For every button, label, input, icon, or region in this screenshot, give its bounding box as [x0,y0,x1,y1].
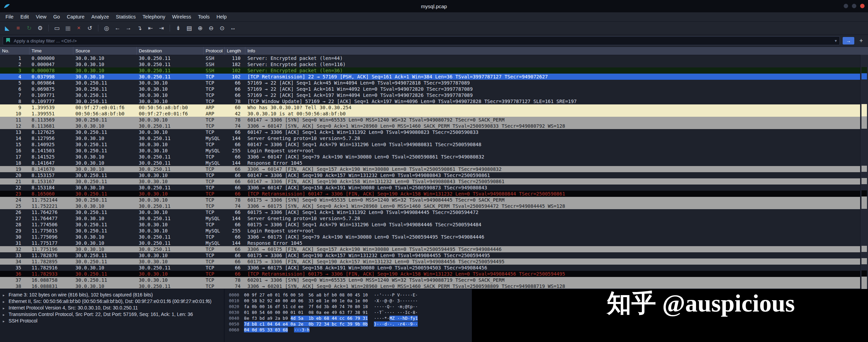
find-packet-button[interactable]: ◎ [101,23,112,33]
stop-capture-button[interactable]: ■ [13,23,23,33]
display-filter-field[interactable]: ▾ [3,36,840,45]
packet-row[interactable]: 33 11.782876 30.0.250.11 30.0.30.10 TCP … [0,252,860,258]
packet-row[interactable]: 19 8.141670 30.0.30.10 30.0.250.11 TCP 6… [0,166,860,172]
auto-scroll-button[interactable]: ⇟ [173,23,183,33]
maximize-button[interactable] [852,4,856,8]
apply-filter-button[interactable]: → [843,37,854,45]
packet-row[interactable]: 29 11.775015 30.0.250.11 30.0.30.10 MySQ… [0,228,860,234]
hex-row[interactable]: 006004 0d 05 33 03 68···3·h [229,327,472,333]
detail-frame[interactable]: ▸Frame 3: 102 bytes on wire (816 bits), … [3,292,221,298]
detail-ssh[interactable]: ▸SSH Protocol [3,318,221,324]
detail-ip[interactable]: ▸Internet Protocol Version 4, Src: 30.0.… [3,305,221,311]
menu-tools[interactable]: Tools [195,13,213,21]
menu-edit[interactable]: Edit [17,13,32,21]
packet-row[interactable]: 35 11.782916 30.0.30.10 30.0.250.11 TCP … [0,265,860,271]
packet-row[interactable]: 32 11.775196 30.0.30.10 30.0.250.11 TCP … [0,246,860,252]
packet-row[interactable]: 25 11.752221 30.0.30.10 30.0.250.11 TCP … [0,203,860,209]
packet-list-scrollbar[interactable] [860,55,868,289]
filter-dropdown-chevron-icon[interactable]: ▾ [835,38,837,43]
start-capture-button[interactable]: ◣ [2,23,12,33]
column-header-length[interactable]: Length [225,47,245,55]
restart-capture-button[interactable]: ↻ [24,23,34,33]
last-packet-button[interactable]: ⇥ [156,23,167,33]
packet-row[interactable]: 27 11.764477 30.0.30.10 30.0.250.11 MySQ… [0,215,860,221]
expand-caret-icon[interactable]: ▸ [3,318,9,324]
packet-row[interactable]: 11 8.113569 30.0.250.11 30.0.30.10 TCP 7… [0,117,860,123]
capture-options-button[interactable]: ⚙ [35,23,45,33]
hex-row[interactable]: 00408e f3 bd a9 2a b9 4d 5a 1b eb 68 44 … [229,315,472,321]
packet-row[interactable]: 30 11.775096 30.0.30.10 30.0.250.11 TCP … [0,234,860,240]
packet-row[interactable]: 18 8.141647 30.0.30.10 30.0.250.11 MySQL… [0,160,860,166]
menu-view[interactable]: View [32,13,50,21]
packet-row[interactable]: 21 8.153167 30.0.250.11 30.0.30.10 TCP 6… [0,178,860,185]
packet-row[interactable]: 14 8.127956 30.0.30.10 30.0.250.11 MySQL… [0,135,860,141]
zoom-out-button[interactable]: ⊖ [206,23,216,33]
packet-row[interactable]: 31 11.775177 30.0.30.10 30.0.250.11 MySQ… [0,240,860,246]
menu-wireless[interactable]: Wireless [169,13,195,21]
hex-row[interactable]: 000000 9f 27 e0 01 f6 00 50 56 a8 bf b0 … [229,292,472,298]
resize-columns-button[interactable]: ↔ [228,23,238,33]
display-filter-input[interactable] [13,38,832,44]
menu-telephony[interactable]: Telephony [139,13,169,21]
packet-row[interactable]: 8 0.109777 30.0.250.11 30.0.30.10 TCP 78… [0,98,860,104]
packet-row[interactable]: 9 1.399539 00:9f:27:e0:01:f6 00:50:56:a8… [0,104,860,111]
packet-row[interactable]: 28 11.774506 30.0.250.11 30.0.30.10 TCP … [0,221,860,228]
go-to-packet-button[interactable]: ↴ [134,23,145,33]
expand-caret-icon[interactable]: ▸ [3,299,9,305]
save-file-button[interactable]: ▦ [63,23,73,33]
open-file-button[interactable]: ▭ [52,23,62,33]
packet-row[interactable]: 2 0.000047 30.0.30.10 30.0.250.11 SSH 18… [0,61,860,67]
zoom-reset-button[interactable]: ⊙ [217,23,227,33]
filter-bookmark-icon[interactable] [6,38,10,44]
detail-ethernet[interactable]: ▸Ethernet II, Src: 00:50:56:a8:bf:b0 (00… [3,298,221,305]
menu-capture[interactable]: Capture [63,13,88,21]
packet-row[interactable]: 17 8.141525 30.0.30.10 30.0.250.11 TCP 6… [0,154,860,160]
go-back-button[interactable]: ← [112,23,123,33]
menu-go[interactable]: Go [50,13,63,21]
hex-row[interactable]: 001000 58 b2 92 40 00 40 06 33 e8 1e 00 … [229,298,472,304]
menu-file[interactable]: File [2,13,17,21]
colorize-button[interactable]: ▤ [184,23,194,33]
packet-row[interactable]: 16 8.141503 30.0.250.11 30.0.30.10 MySQL… [0,148,860,154]
menu-statistics[interactable]: Statistics [112,13,139,21]
column-header-info[interactable]: Info [245,47,860,55]
hex-row[interactable]: 0020fa 0b 00 16 df 51 cd ee 7f 6d 3b 40 … [229,304,472,309]
expand-caret-icon[interactable]: ▸ [3,292,9,298]
expand-caret-icon[interactable]: ▸ [3,312,9,318]
packet-row[interactable]: 10 1.399551 00:50:56:a8:bf:b0 00:9f:27:e… [0,111,860,117]
packet-row[interactable]: 3 0.000078 30.0.30.10 30.0.250.11 SSH 10… [0,67,860,74]
column-header-protocol[interactable]: Protocol [204,47,225,55]
packet-row[interactable]: 24 11.752144 30.0.250.11 30.0.30.10 TCP … [0,197,860,203]
go-forward-button[interactable]: → [123,23,134,33]
packet-row[interactable]: 20 8.153157 30.0.250.11 30.0.30.10 TCP 6… [0,172,860,178]
packet-row[interactable]: 15 8.140925 30.0.250.11 30.0.30.10 TCP 6… [0,141,860,148]
packet-row[interactable]: 6 0.069875 30.0.250.11 30.0.30.10 TCP 66… [0,86,860,92]
detail-tcp[interactable]: ▸Transmission Control Protocol, Src Port… [3,311,221,318]
packet-row[interactable]: 37 16.088758 30.0.250.11 30.0.30.10 TCP … [0,277,860,283]
packet-row[interactable]: 5 0.069864 30.0.250.11 30.0.30.10 TCP 66… [0,80,860,86]
minimize-button[interactable] [844,4,848,8]
packet-row[interactable]: 13 8.127625 30.0.250.11 30.0.30.10 TCP 6… [0,129,860,135]
packet-row[interactable]: 23 8.165060 30.0.250.11 30.0.30.10 TCP 6… [0,191,860,197]
menu-help[interactable]: Help [213,13,230,21]
expand-caret-icon[interactable]: ▸ [3,305,9,311]
packet-row[interactable]: 38 16.088831 30.0.30.10 30.0.250.11 TCP … [0,283,860,289]
packet-row[interactable]: 34 11.782895 30.0.250.11 30.0.30.10 TCP … [0,258,860,265]
packet-row[interactable]: 22 8.153184 30.0.30.10 30.0.250.11 TCP 6… [0,185,860,191]
packet-row[interactable]: 36 11.782933 30.0.250.11 30.0.30.10 TCP … [0,271,860,277]
packet-row[interactable]: 1 0.000000 30.0.30.10 30.0.250.11 SSH 11… [0,55,860,61]
column-header-destination[interactable]: Destination [137,47,204,55]
packet-row[interactable]: 12 8.113681 30.0.30.10 30.0.250.11 TCP 7… [0,123,860,129]
column-header-source[interactable]: Source [73,47,137,55]
first-packet-button[interactable]: ⇤ [145,23,156,33]
column-header-time[interactable]: Time [29,47,73,55]
menu-analyze[interactable]: Analyze [88,13,112,21]
packet-row[interactable]: 7 0.109771 30.0.250.11 30.0.30.10 TCP 66… [0,92,860,98]
zoom-in-button[interactable]: ⊕ [195,23,205,33]
add-filter-button[interactable]: + [857,37,865,45]
close-window-button[interactable] [860,4,865,8]
hex-row[interactable]: 00507d b8 c1 04 64 e4 0a 2e 0b 72 34 bc … [229,321,472,327]
close-file-button[interactable]: × [74,23,84,33]
hex-row[interactable]: 003001 80 54 60 00 00 01 01 08 0a ee 49 … [229,309,472,315]
column-header-no[interactable]: No. [0,47,29,55]
